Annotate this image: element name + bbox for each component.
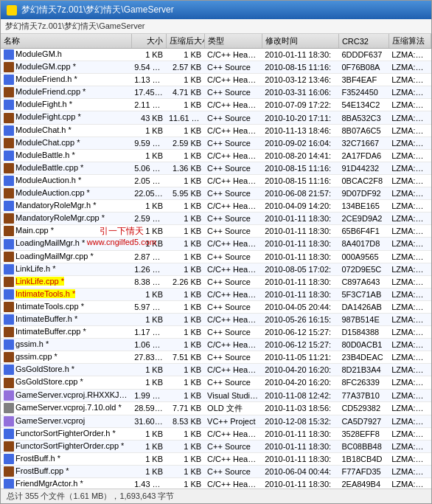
table-row[interactable]: IntimateTools.h *1 KB1 KBC/C++ Header201… xyxy=(1,288,431,300)
file-name: GameServer.vcproj.7.10.old * xyxy=(1,401,131,415)
file-crc: BC08BB48 xyxy=(338,440,389,452)
table-row[interactable]: LinkLife.h *1.26 KB1 KBC/C++ Header2010-… xyxy=(1,263,431,275)
col-header-name[interactable]: 名称 xyxy=(1,34,131,49)
table-row[interactable]: FrostBuff.h *1 KB1 KBC/C++ Header2010-01… xyxy=(1,452,431,465)
file-modified: 2010-10-20 17:11: xyxy=(262,111,338,124)
file-rows: ModuleGM.h1 KB1 KBC/C++ Header2010-01-11… xyxy=(1,49,431,489)
file-name: LinkLife.h * xyxy=(1,263,131,275)
table-row[interactable]: ModuleAuction.cpp *22.05 KB5.95 KBC++ So… xyxy=(1,187,431,200)
file-crc: 072D9E5C xyxy=(338,263,389,275)
file-type: C++ Source xyxy=(204,137,262,149)
col-header-modified[interactable]: 修改时间 xyxy=(262,34,338,49)
table-row[interactable]: GameServer.vcproj.7.10.old *28.59 KB7.71… xyxy=(1,401,431,415)
table-row[interactable]: IntimateTools.cpp *5.97 KB1 KBC++ Source… xyxy=(1,300,431,313)
status-bar: 总计 355 个文件（1.61 MB），1,693,643 字节 xyxy=(1,489,431,503)
file-size: 1 KB xyxy=(131,200,166,213)
file-size: 1 KB xyxy=(131,466,166,478)
file-size: 1 KB xyxy=(131,452,166,465)
table-row[interactable]: ModuleFriend.h *1.13 KB1 KBC/C++ Header2… xyxy=(1,74,431,86)
file-name: ModuleAuction.cpp * xyxy=(1,187,131,200)
col-header-size[interactable]: 大小 xyxy=(131,34,166,49)
file-name: IntimateBuffer.h * xyxy=(1,313,131,325)
file-packed-size: 1 KB xyxy=(166,250,204,263)
file-name: Main.cpp * xyxy=(1,225,131,238)
file-packed-size: 1 KB xyxy=(166,263,204,275)
col-header-crc[interactable]: CRC32 xyxy=(338,34,389,49)
table-row[interactable]: ModuleFight.cpp *43 KB11.61 KBC++ Source… xyxy=(1,111,431,124)
col-header-packed[interactable]: 压缩后大小 xyxy=(166,34,204,49)
file-method: LZMA:24 7zA xyxy=(389,275,431,288)
file-method: LZMA:24 7zA xyxy=(389,99,431,111)
file-packed-size: 7.71 KB xyxy=(166,401,204,415)
table-row[interactable]: FriendMgrActor.h *1.43 KB1 KBC/C++ Heade… xyxy=(1,478,431,489)
file-method: LZMA:24 7zA xyxy=(389,149,431,162)
table-row[interactable]: IntimateBuffer.cpp *1.17 KB1 KBC++ Sourc… xyxy=(1,326,431,339)
file-modified: 2010-11-08 12:42: xyxy=(262,389,338,401)
file-type-icon xyxy=(4,289,14,300)
file-type-icon xyxy=(4,264,14,275)
table-row[interactable]: ModuleGM.cpp *9.54 KB2.57 KBC++ Source20… xyxy=(1,61,431,74)
file-method: LZMA:24 7zA xyxy=(389,313,431,325)
file-crc: 3BF4EAF xyxy=(338,74,389,86)
col-header-type[interactable]: 类型 xyxy=(204,34,262,49)
file-method: LZMA:24 7zA xyxy=(389,389,431,401)
file-type: C/C++ Header xyxy=(204,238,262,250)
table-row[interactable]: GsGoldStore.h *1 KB1 KBC/C++ Header2010-… xyxy=(1,364,431,376)
table-row[interactable]: GameServer.vcproj31.60 KB8.53 KBVC++ Pro… xyxy=(1,415,431,427)
file-crc: CD529382 xyxy=(338,401,389,415)
file-packed-size: 1 KB xyxy=(166,389,204,401)
table-row[interactable]: FrostBuff.cpp *1 KB1 KBC++ Source2010-06… xyxy=(1,466,431,478)
table-row[interactable]: IntimateBuffer.h *1 KB1 KBC/C++ Header20… xyxy=(1,313,431,325)
table-row[interactable]: gssim.cpp *27.83 KB7.51 KBC++ Source2010… xyxy=(1,351,431,364)
file-name: FunctorSortFighterOrder.h * xyxy=(1,427,131,440)
file-name: IntimateTools.h * xyxy=(1,288,131,300)
table-row[interactable]: ModuleFriend.cpp *17.45 KB4.71 KBC++ Sou… xyxy=(1,86,431,99)
table-row[interactable]: GsGoldStore.cpp *1 KB1 KBC++ Source2010-… xyxy=(1,376,431,389)
file-name: gssim.cpp * xyxy=(1,351,131,364)
table-row[interactable]: ModuleBattle.h *1 KB1 KBC/C++ Header2010… xyxy=(1,149,431,162)
file-name: ModuleBattle.cpp * xyxy=(1,162,131,174)
file-size: 5.06 KB xyxy=(131,162,166,174)
file-modified: 2010-01-11 18:30: xyxy=(262,478,338,489)
file-crc: 8BA532C3 xyxy=(338,111,389,124)
col-header-method[interactable]: 压缩算法 xyxy=(389,34,431,49)
file-crc: 8FC26339 xyxy=(338,376,389,389)
table-row[interactable]: LoadingMailMgr.cpp *2.87 KB1 KBC++ Sourc… xyxy=(1,250,431,263)
file-crc: CA5D7927 xyxy=(338,415,389,427)
table-row[interactable]: LoadingMailMgr.h *1 KB1 KBC/C++ Header20… xyxy=(1,238,431,250)
table-row[interactable]: LinkLife.cpp *8.38 KB2.26 KBC++ Source20… xyxy=(1,275,431,288)
file-modified: 2010-01-11 18:30: xyxy=(262,288,338,300)
file-size: 2.87 KB xyxy=(131,250,166,263)
table-row[interactable]: FunctorSortFighterOrder.h *1 KB1 KBC/C++… xyxy=(1,427,431,440)
table-row[interactable]: ModuleGM.h1 KB1 KBC/C++ Header2010-01-11… xyxy=(1,49,431,61)
table-row[interactable]: ModuleChat.cpp *9.59 KB2.59 KBC++ Source… xyxy=(1,137,431,149)
file-type: C/C++ Header xyxy=(204,263,262,275)
file-type: C/C++ Header xyxy=(204,174,262,187)
file-name: FrostBuff.h * xyxy=(1,452,131,465)
file-type-icon xyxy=(4,466,14,477)
file-crc: F3524450 xyxy=(338,86,389,99)
file-type-icon xyxy=(4,62,14,72)
file-packed-size: 1 KB xyxy=(166,466,204,478)
table-row[interactable]: ModuleAuction.h *2.05 KB1 KBC/C++ Header… xyxy=(1,174,431,187)
file-modified: 2010-08-15 11:16: xyxy=(262,174,338,187)
file-name: gssim.h * xyxy=(1,339,131,351)
table-row[interactable]: ModuleBattle.cpp *5.06 KB1.36 KBC++ Sour… xyxy=(1,162,431,174)
table-row[interactable]: gssim.h *1.06 KB1 KBC/C++ Header2010-06-… xyxy=(1,339,431,351)
file-crc: 0F76B08A xyxy=(338,61,389,74)
table-row[interactable]: MandatoryRoleMgr.h *1 KB1 KBC/C++ Header… xyxy=(1,200,431,213)
table-row[interactable]: ModuleFight.h *2.11 KB1 KBC/C++ Header20… xyxy=(1,99,431,111)
file-name: GameServer.vcproj.RHXXKJF8 * xyxy=(1,389,131,401)
table-row[interactable]: GameServer.vcproj.RHXXKJF8 *1.99 KB1 KBV… xyxy=(1,389,431,401)
file-modified: 2010-08-20 14:41: xyxy=(262,149,338,162)
table-row[interactable]: FunctorSortFighterOrder.cpp *1 KB1 KBC++… xyxy=(1,440,431,452)
file-method: LZMA:24 7zA xyxy=(389,376,431,389)
file-size: 2.05 KB xyxy=(131,174,166,187)
file-type-icon xyxy=(4,239,14,249)
file-packed-size: 8.53 KB xyxy=(166,415,204,427)
file-table-container[interactable]: 名称 大小 压缩后大小 类型 修改时间 CRC32 压缩算法 ModuleGM.… xyxy=(1,34,431,489)
table-row[interactable]: MandatoryRoleMgr.cpp *2.59 KB1 KBC++ Sou… xyxy=(1,213,431,225)
table-row[interactable]: ModuleChat.h *1 KB1 KBC/C++ Header2010-1… xyxy=(1,124,431,137)
file-type: C/C++ Header xyxy=(204,99,262,111)
table-row[interactable]: Main.cpp *1 KB1 KBC++ Source2010-01-11 1… xyxy=(1,225,431,238)
